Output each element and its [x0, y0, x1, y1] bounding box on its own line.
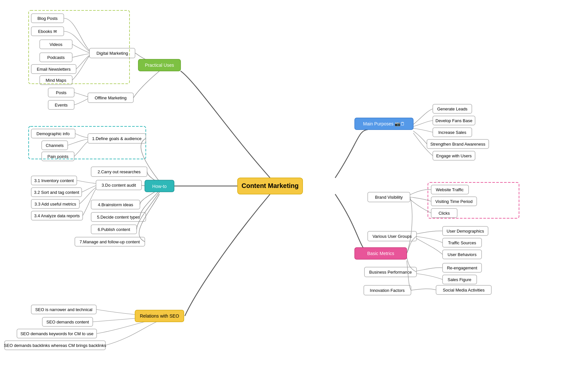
demographic-info-label: Demographic info: [36, 131, 70, 136]
pain-points-label: Pain points: [48, 154, 69, 159]
email-newsletters-label: Email Newsletters: [37, 67, 71, 72]
seo-keywords-label: SEO demands keywords for CM to use: [21, 331, 94, 336]
seo-backlinks-label: SEO demands backlinks whereas CM brings …: [4, 343, 106, 348]
social-media-label: Social Media Activities: [443, 288, 485, 293]
define-goals-label: 1.Define goals & audience: [92, 136, 142, 141]
analyze-data-reports-label: 3.4 Analyze data reports: [34, 213, 80, 218]
events-label: Events: [55, 103, 68, 107]
basic-metrics-label: Basic Metrics: [367, 251, 394, 256]
mind-maps-label: Mind Maps: [46, 78, 66, 83]
generate-leads-label: Generate Leads: [437, 107, 468, 111]
main-purposes-label: Main Purposes 📷🗒: [363, 121, 405, 127]
sales-figure-label: Sales Figure: [448, 277, 472, 282]
inventory-content-label: 3.1 Inventory content: [34, 178, 74, 183]
clicks-label: Clicks: [439, 211, 450, 216]
user-behaviors-label: User Behaviors: [448, 252, 477, 257]
digital-marketing-label: Digital Marketing: [97, 51, 128, 56]
seo-narrower-label: SEO is narrower and technical: [35, 307, 92, 312]
publish-content-label: 6.Publish content: [98, 227, 130, 232]
channels-label: Channels: [46, 143, 64, 148]
carry-out-researches-label: 2.Carry out researches: [98, 169, 141, 174]
develop-fans-label: Develop Fans Base: [435, 118, 472, 123]
offline-marketing-label: Offline Marketing: [95, 95, 127, 100]
svg-rect-0: [29, 10, 130, 84]
business-performance-label: Business Performance: [369, 270, 412, 275]
website-traffic-label: Website Traffic: [436, 187, 464, 192]
videos-label: Videos: [49, 42, 62, 47]
brand-visibility-label: Brand Visibility: [375, 195, 403, 200]
practical-uses-label: Practical Uses: [145, 63, 174, 68]
do-content-audit-label: 3.Do content audit: [102, 183, 136, 188]
traffic-sources-label: Traffic Sources: [448, 240, 476, 245]
podcasts-label: Podcasts: [47, 55, 65, 60]
add-useful-metrics-label: 3.3 Add useful metrics: [34, 202, 76, 207]
posts-label: Posts: [56, 90, 67, 95]
decide-content-types-label: 5.Decide content types: [97, 215, 140, 220]
user-groups-label: Various User Groups: [373, 234, 412, 239]
center-label: Content Marketing: [241, 182, 299, 189]
relations-seo-label: Relations with SEO: [140, 313, 179, 319]
engage-users-label: Engage with Users: [436, 153, 472, 158]
increase-sales-label: Increase Sales: [438, 130, 466, 135]
brainstorm-ideas-label: 4.Brainstorm ideas: [98, 202, 133, 207]
how-to-label: How-to: [152, 184, 167, 189]
mindmap-canvas: .lbl { font-family: Arial, sans-serif; f…: [0, 0, 588, 372]
innovation-factors-label: Innovation Factors: [370, 288, 405, 293]
visiting-time-label: Visiting Time Period: [435, 199, 473, 204]
re-engagement-label: Re-engagement: [447, 265, 477, 270]
manage-followup-label: 7.Manage and follow-up content: [79, 239, 140, 244]
user-demographics-label: User Demographics: [447, 229, 484, 234]
seo-demands-content-label: SEO demands content: [47, 320, 89, 324]
blog-posts-label: Blog Posts: [37, 16, 58, 21]
strengthen-brand-label: Strengthen Brand Awareness: [431, 142, 485, 147]
sort-tag-content-label: 3.2 Sort and tag content: [34, 190, 79, 195]
ebooks-label: Ebooks ✉: [38, 29, 57, 34]
